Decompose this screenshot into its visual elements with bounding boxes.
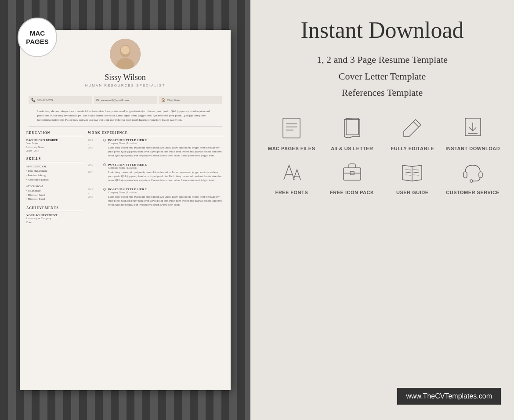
- icon-free-icon-pack: FREE ICON PACK: [324, 158, 380, 195]
- customer-service-label: CUSTOMER SERVICE: [446, 190, 500, 195]
- achievements-section: ACHIEVEMENTS YOUR ACHIEVEMENT University…: [26, 206, 83, 224]
- svg-rect-8: [346, 118, 358, 135]
- contact-phone: 📞 688-123-235: [29, 96, 92, 104]
- website-url: www.TheCVTemplates.com: [406, 392, 492, 400]
- feature-line-1: 1, 2 and 3 Page Resume Template: [317, 51, 448, 68]
- headline: Instant Download: [300, 18, 463, 43]
- work-item-3: 2012-2016 POSITION TITLE HERE Company Na…: [88, 188, 224, 207]
- icon-pack-icon: [338, 158, 366, 186]
- contact-bar: 📞 688-123-235 ✉ youremail@gmail.com 🏠 Ci…: [29, 96, 222, 104]
- professional-skills-label: //PROFESIONAL: [26, 165, 83, 168]
- download-label: INSTANT DOWNLOAD: [445, 146, 500, 151]
- contact-location: 🏠 City, State: [159, 96, 222, 104]
- work-details-3: POSITION TITLE HERE Company Name | Locat…: [108, 188, 224, 207]
- technical-skills-label: //TECHNICAL: [26, 185, 83, 188]
- svg-line-9: [413, 122, 419, 127]
- svg-line-22: [413, 170, 419, 170]
- guide-icon: [398, 158, 427, 186]
- education-item: BACHELOR'S DEGREE Your Major University …: [26, 138, 83, 152]
- skill-r-language: • R Language: [26, 189, 83, 193]
- icon-fully-editable: FULLY EDITABLE: [384, 114, 441, 151]
- work-experience-title: WORK EXPERIENCE: [88, 131, 224, 136]
- svg-rect-26: [479, 172, 482, 178]
- fonts-icon: [277, 158, 306, 186]
- edit-icon: [398, 114, 427, 142]
- svg-line-20: [405, 172, 411, 173]
- svg-point-27: [470, 180, 473, 182]
- editable-label: FULLY EDITABLE: [391, 146, 434, 151]
- work-dot-1: [103, 139, 106, 141]
- features-icons-grid: MAC PAGES FILES A4 & US LETTER FULLY EDI…: [264, 114, 501, 195]
- icon-free-fonts: FREE FONTS: [264, 158, 320, 195]
- icon-a4-us-letter: A4 & US LETTER: [324, 114, 380, 151]
- right-panel: Instant Download 1, 2 and 3 Page Resume …: [250, 0, 514, 420]
- icon-instant-download: INSTANT DOWNLOAD: [445, 114, 501, 151]
- mac-pages-badge: MAC PAGES: [18, 18, 57, 57]
- email-icon: ✉: [96, 98, 99, 102]
- resume-summary: Luoin tioey dwoen neio pwi woip husein l…: [29, 109, 222, 127]
- work-years-2: 2012-2016: [88, 163, 101, 174]
- download-icon: [459, 114, 487, 142]
- resume-body: EDUCATION BACHELOR'S DEGREE Your Major U…: [20, 131, 231, 224]
- resume-right-column: WORK EXPERIENCE 2012-2016 POSITION TITLE…: [88, 131, 224, 224]
- achievement-detail: University or CompanyDate: [26, 217, 83, 224]
- contact-email: ✉ youremail@gmail.com: [94, 96, 157, 104]
- svg-point-3: [121, 46, 130, 54]
- education-section-title: EDUCATION: [26, 131, 83, 136]
- guide-label: USER GUIDE: [396, 190, 428, 195]
- skills-section-title: SKILLS: [26, 157, 83, 162]
- achievements-section-title: ACHIEVEMENTS: [26, 206, 83, 211]
- svg-rect-4: [283, 118, 300, 138]
- resume-name: Sissy Wilson: [29, 73, 222, 82]
- feature-line-2: Cover Letter Template: [317, 68, 448, 84]
- headset-icon: [459, 158, 487, 186]
- a4-label: A4 & US LETTER: [331, 146, 373, 151]
- feature-line-3: References Template: [317, 84, 448, 101]
- resume-job-title: HUMAN RESOURCES SPECIALIST: [29, 83, 222, 87]
- mac-pages-icon: [277, 114, 306, 142]
- resume-left-column: EDUCATION BACHELOR'S DEGREE Your Major U…: [26, 131, 83, 224]
- template-features: 1, 2 and 3 Page Resume Template Cover Le…: [317, 51, 448, 101]
- work-item-1: 2012-2016 POSITION TITLE HERE Company Na…: [88, 138, 224, 158]
- svg-line-24: [413, 175, 419, 175]
- skill-problem-solving: • Problem Solving: [26, 174, 83, 178]
- svg-line-21: [405, 175, 411, 175]
- skill-attention-detail: • Attention to Details: [26, 178, 83, 182]
- skill-microsoft-excel: • Microsoft Excel: [26, 197, 83, 202]
- avatar: [110, 39, 141, 69]
- mac-badge-text: MAC PAGES: [26, 29, 48, 46]
- website-footer: www.TheCVTemplates.com: [397, 388, 501, 405]
- svg-line-19: [405, 170, 411, 170]
- work-details-1: POSITION TITLE HERE Company Name | Locat…: [108, 138, 224, 158]
- skill-microsoft-word: • Microsoft Word: [26, 193, 83, 198]
- icon-pack-label: FREE ICON PACK: [330, 190, 374, 195]
- icon-customer-service: CUSTOMER SERVICE: [445, 158, 501, 195]
- mac-pages-label: MAC PAGES FILES: [268, 146, 315, 151]
- work-years-3: 2012-2016: [88, 188, 101, 199]
- work-dot-2: [103, 163, 106, 166]
- work-details-2: POSITION TITLE HERE Company Name | Locat…: [108, 163, 224, 182]
- fonts-label: FREE FONTS: [275, 190, 308, 195]
- svg-line-23: [413, 172, 419, 173]
- skill-data-management: • Data Management: [26, 169, 83, 174]
- svg-rect-25: [463, 172, 467, 178]
- work-dot-3: [103, 188, 106, 191]
- achievement-title: YOUR ACHIEVEMENT: [26, 214, 83, 217]
- work-item-2: 2012-2016 POSITION TITLE HERE Company Na…: [88, 163, 224, 182]
- a4-icon: [338, 114, 366, 142]
- icon-mac-pages-files: MAC PAGES FILES: [264, 114, 320, 151]
- left-panel: MAC PAGES Sissy Wilson HUMAN RESOURCES S…: [0, 0, 250, 420]
- phone-icon: 📞: [31, 98, 36, 102]
- svg-rect-15: [344, 168, 361, 180]
- work-years-1: 2012-2016: [88, 138, 101, 149]
- icon-user-guide: USER GUIDE: [384, 158, 441, 195]
- location-icon: 🏠: [161, 98, 166, 102]
- resume-document: Sissy Wilson HUMAN RESOURCES SPECIALIST …: [20, 30, 231, 390]
